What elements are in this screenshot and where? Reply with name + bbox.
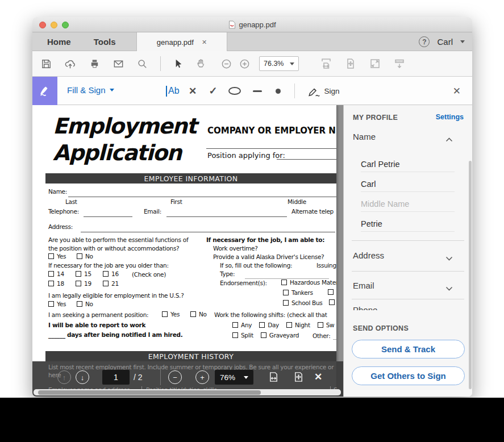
checkbox[interactable] xyxy=(286,322,292,328)
get-others-to-sign-button[interactable]: Get Others to Sign xyxy=(352,366,465,385)
minimize-window-button[interactable] xyxy=(51,22,57,28)
profile-last-name[interactable]: Petrie xyxy=(361,219,382,228)
checkbox[interactable] xyxy=(77,301,82,307)
zoom-window-button[interactable] xyxy=(62,22,69,28)
zoom-out-button[interactable] xyxy=(220,57,232,70)
checkbox[interactable] xyxy=(283,300,289,306)
select-tool-button[interactable] xyxy=(171,57,184,70)
horizontal-scrollbar-thumb[interactable] xyxy=(38,390,261,395)
name-section-toggle[interactable]: Name xyxy=(353,132,376,141)
dot-annotation-tool[interactable] xyxy=(269,77,287,105)
print-button[interactable] xyxy=(88,57,101,70)
checkbox[interactable] xyxy=(261,332,266,338)
phone-section-toggle-clipped[interactable]: Phone xyxy=(353,305,387,310)
tab-close-icon[interactable]: ✕ xyxy=(202,39,207,46)
checkbox[interactable] xyxy=(76,271,81,277)
hand-tool-button[interactable] xyxy=(194,57,207,70)
name-field-line[interactable] xyxy=(68,197,336,197)
overlay-fit-width-button[interactable] xyxy=(267,370,280,383)
company-field-line[interactable] xyxy=(206,148,336,149)
checkbox[interactable] xyxy=(77,253,82,259)
email-field-line[interactable] xyxy=(166,216,287,217)
fill-sign-tool-tile[interactable] xyxy=(32,77,57,105)
tab-tools[interactable]: Tools xyxy=(91,37,118,47)
horizontal-scrollbar[interactable] xyxy=(34,389,341,395)
overlay-zoom-in-button[interactable]: + xyxy=(195,370,209,384)
sign-tool[interactable]: Sign xyxy=(304,77,344,105)
checkbox[interactable] xyxy=(281,280,287,285)
fill-sign-toolbar: Fill & Sign Ab ✕ ✓ Sign ✕ xyxy=(32,77,472,105)
search-button[interactable] xyxy=(136,57,148,70)
zoom-in-button[interactable] xyxy=(238,57,251,70)
checkbox[interactable] xyxy=(328,289,334,295)
form-title-line2: Application xyxy=(53,140,181,166)
add-text-tool[interactable]: Ab xyxy=(163,77,182,105)
next-page-button[interactable]: ↓ xyxy=(76,370,89,384)
pdf-page[interactable]: Employment Application COMPANY OR EMPLOY… xyxy=(32,105,336,397)
checkbox[interactable] xyxy=(190,311,196,317)
tab-home[interactable]: Home xyxy=(45,37,73,47)
address-section-toggle[interactable]: Address xyxy=(353,251,384,260)
checkbox[interactable] xyxy=(48,301,54,307)
overlay-close-button[interactable]: ✕ xyxy=(314,371,322,383)
user-menu-label[interactable]: Carl xyxy=(437,37,453,47)
checkbox[interactable] xyxy=(232,332,238,338)
chevron-up-icon[interactable] xyxy=(445,134,453,144)
checkbox[interactable] xyxy=(259,322,265,328)
overlay-zoom-out-button[interactable]: − xyxy=(168,370,182,384)
line-annotation-tool[interactable] xyxy=(248,77,266,105)
settings-link[interactable]: Settings xyxy=(436,113,464,121)
checkbox-label: 18 xyxy=(57,280,64,287)
zoom-level-select[interactable]: 76.3% xyxy=(259,56,299,71)
overlay-zoom-select[interactable]: 76% xyxy=(215,370,253,385)
toolbar-visibility-button[interactable] xyxy=(393,57,406,70)
section-divider xyxy=(352,271,464,272)
send-and-track-button[interactable]: Send & Track xyxy=(352,340,465,358)
address-field-line[interactable] xyxy=(81,232,335,232)
page-number-input[interactable]: 1 xyxy=(102,370,130,385)
check-annotation-tool[interactable]: ✓ xyxy=(204,77,222,105)
save-button[interactable] xyxy=(40,57,52,70)
checkbox[interactable] xyxy=(48,281,54,286)
overlay-fit-page-button[interactable] xyxy=(292,370,305,383)
telephone-field-line[interactable] xyxy=(84,216,132,217)
fit-page-button[interactable] xyxy=(344,57,357,70)
position-field-line[interactable] xyxy=(277,159,336,160)
question-eligible: I am legally eligible for employment in … xyxy=(48,292,184,299)
checkbox[interactable] xyxy=(162,311,168,317)
checkbox[interactable] xyxy=(76,281,81,286)
checkbox[interactable] xyxy=(329,299,335,305)
checkbox[interactable] xyxy=(283,290,289,295)
close-window-button[interactable] xyxy=(39,22,46,28)
profile-middle-name-placeholder[interactable]: Middle Name xyxy=(361,199,409,209)
checkbox[interactable] xyxy=(48,271,54,277)
fill-sign-menu[interactable]: Fill & Sign xyxy=(67,85,114,95)
profile-first-name[interactable]: Carl xyxy=(361,180,376,189)
actual-size-button[interactable] xyxy=(369,57,381,70)
ages-row-1: 141516 xyxy=(48,270,130,277)
fit-width-button[interactable] xyxy=(320,57,332,70)
email-section-toggle[interactable]: Email xyxy=(353,281,374,290)
fill-sign-label: Fill & Sign xyxy=(67,85,106,95)
checkbox[interactable] xyxy=(48,253,54,259)
chevron-down-icon[interactable] xyxy=(445,253,453,263)
titlebar[interactable]: genapp.pdf xyxy=(32,17,472,32)
form-title-line1: Employment xyxy=(53,113,196,140)
user-menu-caret-icon[interactable] xyxy=(460,40,465,43)
close-fill-sign-button[interactable]: ✕ xyxy=(453,77,461,105)
share-button[interactable] xyxy=(64,57,76,70)
checkbox[interactable] xyxy=(318,322,323,328)
help-icon[interactable]: ? xyxy=(419,36,430,47)
oval-annotation-tool[interactable] xyxy=(226,77,244,105)
checkbox[interactable] xyxy=(103,281,109,286)
chevron-down-icon[interactable] xyxy=(445,283,453,293)
other-field-line[interactable] xyxy=(333,339,336,340)
email-button[interactable] xyxy=(112,57,124,70)
checkbox[interactable] xyxy=(103,271,109,277)
previous-page-button[interactable]: ↑ xyxy=(57,370,71,384)
checkbox[interactable] xyxy=(232,322,238,328)
tab-document[interactable]: genapp.pdf ✕ xyxy=(136,32,227,52)
cross-annotation-tool[interactable]: ✕ xyxy=(184,77,202,105)
profile-full-name[interactable]: Carl Petrie xyxy=(361,160,400,169)
sidebar-scrollbar-thumb[interactable] xyxy=(469,161,472,389)
